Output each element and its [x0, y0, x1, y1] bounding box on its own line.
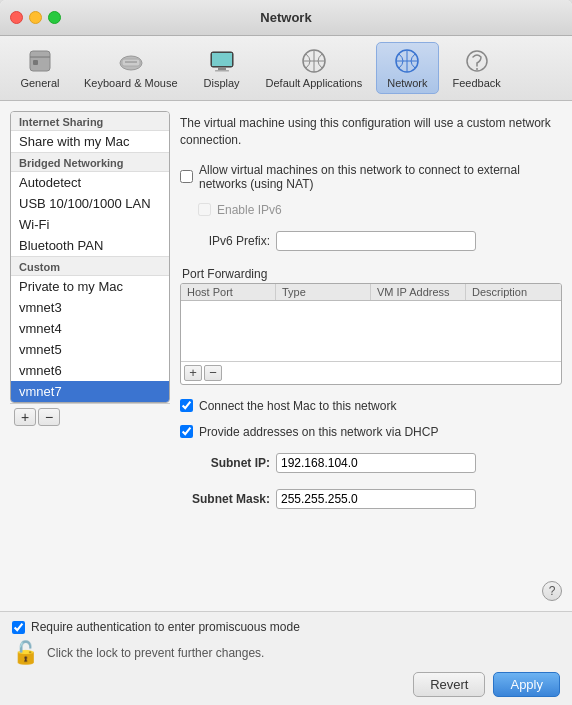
sidebar-item-share-with-mac[interactable]: Share with my Mac — [11, 131, 169, 152]
remove-port-button[interactable]: − — [204, 365, 222, 381]
port-forwarding-section: Port Forwarding Host Port Type VM IP Add… — [180, 267, 562, 385]
col-host-port: Host Port — [181, 284, 276, 300]
allow-nat-label: Allow virtual machines on this network t… — [199, 163, 562, 191]
lock-text: Click the lock to prevent further change… — [47, 646, 264, 660]
ipv6-prefix-label: IPv6 Prefix: — [180, 234, 270, 248]
toolbar-item-display[interactable]: Display — [192, 43, 252, 93]
subnet-ip-input[interactable] — [276, 453, 476, 473]
sidebar-group-internet-sharing: Internet Sharing — [11, 112, 169, 131]
enable-ipv6-row: Enable IPv6 — [198, 203, 562, 217]
sidebar-group-custom: Custom — [11, 256, 169, 276]
col-description: Description — [466, 284, 561, 300]
window-controls — [0, 11, 61, 24]
port-forwarding-table: Host Port Type VM IP Address Description… — [180, 283, 562, 385]
minimize-button[interactable] — [29, 11, 42, 24]
help-button[interactable]: ? — [542, 581, 562, 601]
enable-ipv6-label: Enable IPv6 — [217, 203, 282, 217]
sidebar-item-vmnet6[interactable]: vmnet6 — [11, 360, 169, 381]
close-button[interactable] — [10, 11, 23, 24]
toolbar-label-feedback: Feedback — [453, 77, 501, 89]
main-content: Internet Sharing Share with my Mac Bridg… — [0, 101, 572, 611]
provide-dhcp-checkbox[interactable] — [180, 425, 193, 438]
toolbar-item-network[interactable]: Network — [376, 42, 438, 94]
toolbar-label-display: Display — [204, 77, 240, 89]
ipv6-prefix-row: IPv6 Prefix: — [180, 231, 562, 251]
subnet-ip-label: Subnet IP: — [180, 456, 270, 470]
svg-rect-10 — [215, 70, 229, 72]
toolbar: General Keyboard & Mouse — [0, 36, 572, 101]
subnet-mask-row: Subnet Mask: — [180, 489, 562, 509]
auth-row: Require authentication to enter promiscu… — [12, 620, 560, 634]
feedback-icon — [463, 47, 491, 75]
sidebar-item-autodetect[interactable]: Autodetect — [11, 172, 169, 193]
port-forwarding-label: Port Forwarding — [180, 267, 562, 281]
subnet-mask-input[interactable] — [276, 489, 476, 509]
svg-point-18 — [476, 68, 478, 70]
titlebar: Network — [0, 0, 572, 36]
connect-host-checkbox[interactable] — [180, 399, 193, 412]
add-network-button[interactable]: + — [14, 408, 36, 426]
sidebar-item-wifi[interactable]: Wi-Fi — [11, 214, 169, 235]
provide-dhcp-row: Provide addresses on this network via DH… — [180, 425, 562, 439]
toolbar-label-general: General — [20, 77, 59, 89]
button-row: Revert Apply — [12, 672, 560, 697]
maximize-button[interactable] — [48, 11, 61, 24]
enable-ipv6-checkbox[interactable] — [198, 203, 211, 216]
toolbar-item-keyboard[interactable]: Keyboard & Mouse — [74, 43, 188, 93]
sidebar-item-private[interactable]: Private to my Mac — [11, 276, 169, 297]
svg-rect-2 — [33, 60, 38, 65]
toolbar-item-default-apps[interactable]: Default Applications — [256, 43, 373, 93]
sidebar-item-vmnet5[interactable]: vmnet5 — [11, 339, 169, 360]
subnet-ip-row: Subnet IP: — [180, 453, 562, 473]
sidebar: Internet Sharing Share with my Mac Bridg… — [10, 111, 170, 403]
add-port-button[interactable]: + — [184, 365, 202, 381]
provide-dhcp-label: Provide addresses on this network via DH… — [199, 425, 438, 439]
lock-row: 🔓 Click the lock to prevent further chan… — [12, 640, 560, 666]
toolbar-label-keyboard: Keyboard & Mouse — [84, 77, 178, 89]
connect-host-label: Connect the host Mac to this network — [199, 399, 396, 413]
col-type: Type — [276, 284, 371, 300]
port-table-body — [181, 301, 561, 361]
sidebar-item-vmnet3[interactable]: vmnet3 — [11, 297, 169, 318]
apply-button[interactable]: Apply — [493, 672, 560, 697]
allow-nat-checkbox[interactable] — [180, 170, 193, 183]
require-auth-checkbox[interactable] — [12, 621, 25, 634]
window-title: Network — [260, 10, 311, 25]
col-vm-ip: VM IP Address — [371, 284, 466, 300]
ipv6-prefix-input[interactable] — [276, 231, 476, 251]
bottom-bar: Require authentication to enter promiscu… — [0, 611, 572, 705]
lock-icon[interactable]: 🔓 — [12, 640, 39, 666]
svg-rect-8 — [212, 53, 232, 66]
toolbar-label-network: Network — [387, 77, 427, 89]
remove-network-button[interactable]: − — [38, 408, 60, 426]
sidebar-item-vmnet7[interactable]: vmnet7 — [11, 381, 169, 402]
sidebar-item-usb-lan[interactable]: USB 10/100/1000 LAN — [11, 193, 169, 214]
allow-nat-row: Allow virtual machines on this network t… — [180, 163, 562, 191]
general-icon — [26, 47, 54, 75]
info-text: The virtual machine using this configura… — [180, 111, 562, 153]
revert-button[interactable]: Revert — [413, 672, 485, 697]
sidebar-item-bluetooth[interactable]: Bluetooth PAN — [11, 235, 169, 256]
sidebar-container: Internet Sharing Share with my Mac Bridg… — [10, 111, 170, 601]
display-icon — [208, 47, 236, 75]
svg-rect-9 — [218, 67, 226, 70]
keyboard-icon — [117, 47, 145, 75]
right-panel: The virtual machine using this configura… — [180, 111, 562, 601]
connect-host-row: Connect the host Mac to this network — [180, 399, 562, 413]
port-table-controls: + − — [181, 361, 561, 384]
sidebar-item-vmnet4[interactable]: vmnet4 — [11, 318, 169, 339]
network-icon — [393, 47, 421, 75]
toolbar-item-general[interactable]: General — [10, 43, 70, 93]
port-table-header: Host Port Type VM IP Address Description — [181, 284, 561, 301]
require-auth-label: Require authentication to enter promiscu… — [31, 620, 300, 634]
toolbar-item-feedback[interactable]: Feedback — [443, 43, 511, 93]
main-window: Network General — [0, 0, 572, 705]
apps-icon — [300, 47, 328, 75]
sidebar-group-bridged: Bridged Networking — [11, 152, 169, 172]
toolbar-label-default-apps: Default Applications — [266, 77, 363, 89]
sidebar-controls: + − — [10, 403, 170, 430]
subnet-mask-label: Subnet Mask: — [180, 492, 270, 506]
